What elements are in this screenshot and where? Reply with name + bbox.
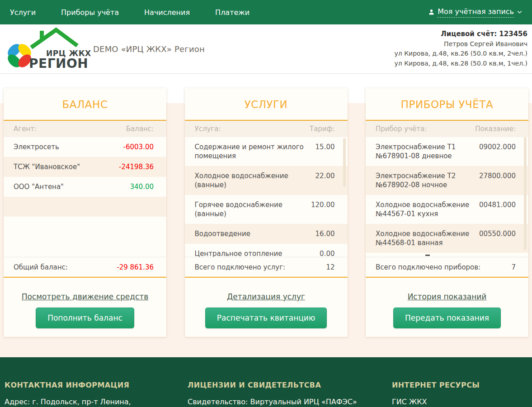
- balance-table-header: Агент: Баланс:: [4, 121, 166, 137]
- balance-card-title: БАЛАНС: [4, 98, 166, 111]
- footer-resources-column: ИНТЕРНЕТ РЕСУРСЫ ГИС ЖКХ: [392, 381, 532, 407]
- column-agent: Агент:: [14, 125, 37, 133]
- footer-certificate-text: Свидетельство: Виртуальный ИРЦ «ПАФЭС»: [188, 398, 392, 406]
- table-row: ООО "Антена" 340.00: [4, 177, 166, 197]
- meters-total-value: 7: [511, 263, 516, 271]
- column-tariff: Тариф:: [310, 125, 335, 133]
- balance-total-value: -29 861.36: [117, 263, 154, 271]
- account-info: Лицевой счёт: 123456 Петров Сергей Ивано…: [394, 29, 527, 68]
- account-menu[interactable]: Моя учётная запись: [428, 7, 522, 18]
- column-meter: Прибор учёта:: [376, 125, 427, 133]
- top-navigation: Услуги Приборы учёта Начисления Платежи …: [0, 0, 532, 24]
- footer-licenses-heading: ЛИЦЕНЗИИ И СВИДЕТЕЛЬТСВА: [188, 381, 392, 389]
- account-number: Лицевой счёт: 123456: [394, 29, 527, 39]
- dashboard-cards: БАЛАНС Агент: Баланс: Электросеть -6003.…: [0, 74, 532, 337]
- user-icon: [428, 9, 434, 15]
- services-total-label: Всего подключено услуг:: [195, 263, 286, 271]
- footer-resources-heading: ИНТЕРНЕТ РЕСУРСЫ: [392, 381, 532, 389]
- column-reading: Показание:: [475, 125, 516, 133]
- page-footer: КОНТАКТНАЯ ИНФОРМАЦИЯ Адрес: г. Подольск…: [0, 357, 532, 407]
- services-total-row: Всего подключено услуг: 12: [185, 257, 348, 277]
- gis-zhkh-link[interactable]: ГИС ЖКХ: [392, 398, 532, 406]
- table-row: Электросеть -6003.00: [4, 137, 166, 157]
- footer-contacts-column: КОНТАКТНАЯ ИНФОРМАЦИЯ Адрес: г. Подольск…: [0, 381, 188, 407]
- scrollbar-thumb[interactable]: [343, 138, 346, 187]
- table-row: ТСЖ "Ивановское" -24198.36: [4, 157, 166, 177]
- site-title: DEMO «ИРЦ ЖКХ» Регион: [93, 44, 205, 54]
- balance-table-body: Электросеть -6003.00 ТСЖ "Ивановское" -2…: [4, 137, 166, 257]
- footer-contacts-heading: КОНТАКТНАЯ ИНФОРМАЦИЯ: [5, 381, 188, 389]
- table-row-empty: [4, 197, 166, 217]
- table-row: Водоотведение 16.00: [185, 224, 348, 244]
- nav-item-charges[interactable]: Начисления: [144, 8, 190, 17]
- account-address-2: ул Кирова, д.48, кв.28 (50.0 кв.м, 1чел.…: [394, 59, 527, 69]
- table-row: Центральное отопление 0.00: [185, 244, 348, 257]
- scrollbar-thumb[interactable]: [524, 137, 527, 250]
- column-service: Услуга:: [195, 125, 221, 133]
- account-menu-label: Моя учётная запись: [438, 7, 514, 18]
- table-row: Холодное водоснабжение№44568-01 ванная 0…: [366, 224, 528, 253]
- table-row: Электроснабжение Т1№678901-08 дневное 09…: [366, 137, 528, 166]
- services-table-body: Содержание и ремонт жилого помещения 15.…: [185, 137, 348, 257]
- site-header: ИРЦ ЖКХ РЕГИОН DEMO «ИРЦ ЖКХ» Регион Лиц…: [0, 24, 532, 74]
- account-address-1: ул Кирова, д.48, кв.26 (50.0 кв.м, 2чел.…: [394, 49, 527, 59]
- services-details-link[interactable]: Детализация услуг: [227, 292, 305, 301]
- meters-total-label: Всего подключено приборов:: [376, 263, 480, 271]
- logo-roof-icon: [29, 27, 80, 51]
- nav-item-services[interactable]: Услуги: [10, 8, 36, 17]
- balance-card: БАЛАНС Агент: Баланс: Электросеть -6003.…: [4, 88, 166, 337]
- meters-card-title: ПРИБОРЫ УЧЁТА: [366, 98, 528, 111]
- top-up-balance-button[interactable]: Пополнить баланс: [36, 308, 134, 328]
- readings-history-link[interactable]: История показаний: [408, 292, 487, 301]
- services-card-title: УСЛУГИ: [185, 98, 348, 111]
- column-balance: Баланс:: [126, 125, 154, 133]
- chevron-down-icon: [517, 10, 522, 14]
- account-holder: Петров Сергей Иванович: [394, 39, 527, 49]
- balance-total-label: Общий баланс:: [14, 263, 68, 271]
- table-row: Горячее водоснабжение (ванные) 120.00: [185, 195, 348, 224]
- footer-address-text: Адрес: г. Подольск, пр-т Ленина,: [5, 398, 188, 406]
- services-total-value: 12: [326, 263, 334, 271]
- table-row: Содержание и ремонт жилого помещения 15.…: [185, 137, 348, 166]
- services-card: УСЛУГИ Услуга: Тариф: Содержание и ремон…: [185, 88, 348, 337]
- print-receipt-button[interactable]: Распечатать квитанцию: [205, 308, 327, 328]
- meters-card: ПРИБОРЫ УЧЁТА Прибор учёта: Показание: Э…: [366, 88, 528, 337]
- table-row: Холодное водоснабжение№44567-01 кухня 00…: [366, 195, 528, 224]
- table-row-clipped: [366, 253, 528, 257]
- table-row: Холодное водоснабжение (ванные) 22.00: [185, 166, 348, 195]
- services-card-actions: Детализация услуг Распечатать квитанцию: [185, 278, 348, 328]
- nav-menu: Услуги Приборы учёта Начисления Платежи: [10, 8, 250, 17]
- meters-card-actions: История показаний Передать показания: [366, 278, 528, 328]
- nav-item-meters[interactable]: Приборы учёта: [61, 8, 119, 17]
- balance-total-row: Общий баланс: -29 861.36: [4, 257, 166, 277]
- logo[interactable]: ИРЦ ЖКХ РЕГИОН: [4, 26, 89, 71]
- services-table-header: Услуга: Тариф:: [185, 121, 348, 137]
- meters-total-row: Всего подключено приборов: 7: [366, 257, 528, 277]
- footer-licenses-column: ЛИЦЕНЗИИ И СВИДЕТЕЛЬТСВА Свидетельство: …: [188, 381, 392, 407]
- meters-table-header: Прибор учёта: Показание:: [366, 121, 528, 137]
- view-transactions-link[interactable]: Посмотреть движение средств: [22, 292, 148, 301]
- balance-card-actions: Посмотреть движение средств Пополнить ба…: [4, 278, 166, 328]
- meters-table-body: Электроснабжение Т1№678901-08 дневное 09…: [366, 137, 528, 257]
- submit-readings-button[interactable]: Передать показания: [393, 308, 501, 328]
- main-content: БАЛАНС Агент: Баланс: Электросеть -6003.…: [0, 74, 532, 357]
- table-row: Электроснабжение Т2№678902-08 ночное 278…: [366, 166, 528, 195]
- logo-text-line2: РЕГИОН: [29, 56, 88, 71]
- nav-item-payments[interactable]: Платежи: [215, 8, 250, 17]
